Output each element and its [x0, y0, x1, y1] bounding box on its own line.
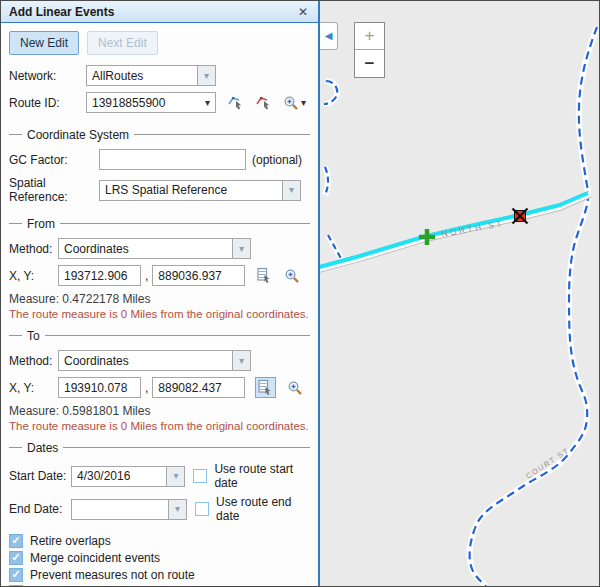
chevron-down-icon[interactable]: ▾	[166, 467, 184, 486]
app-window: Add Linear Events ✕ New Edit Next Edit N…	[0, 0, 600, 587]
from-method-row: Method: Coordinates ▾	[9, 238, 310, 259]
chevron-down-icon[interactable]: ▾	[197, 66, 215, 85]
chevron-down-icon[interactable]: ▾	[232, 239, 250, 258]
next-edit-button[interactable]: Next Edit	[87, 31, 158, 55]
zoom-in-button[interactable]: +	[355, 23, 384, 50]
to-method-label: Method:	[9, 354, 58, 368]
retire-overlaps-checkbox[interactable]: ✓	[9, 534, 23, 548]
stream-fragment-left-loop	[324, 81, 337, 104]
dates-separator: Dates	[9, 441, 310, 454]
new-edit-button[interactable]: New Edit	[9, 31, 79, 55]
to-method-row: Method: Coordinates ▾	[9, 350, 310, 371]
from-pick-coordinates-icon[interactable]	[256, 267, 273, 284]
zoom-out-button[interactable]: −	[355, 50, 384, 77]
network-row: Network: AllRoutes ▾	[9, 65, 310, 86]
panel-title: Add Linear Events	[9, 5, 296, 19]
stream-fragment-bottom-left	[328, 235, 343, 262]
chevron-down-icon: ▾	[301, 98, 306, 108]
retire-overlaps-label: Retire overlaps	[30, 534, 111, 548]
option-row: ✓ Retire overlaps	[9, 532, 310, 549]
comma-separator: ,	[145, 269, 148, 283]
use-route-end-date-checkbox[interactable]	[195, 502, 209, 516]
magnifier-icon	[283, 95, 299, 111]
zoom-to-route-dropdown[interactable]: ▾	[283, 95, 306, 111]
select-from-route-icon[interactable]	[227, 94, 244, 111]
merge-coincident-events-checkbox[interactable]: ✓	[9, 551, 23, 565]
end-date-label: End Date:	[9, 502, 71, 516]
to-zoom-icon[interactable]	[287, 380, 303, 396]
prevent-measures-label: Prevent measures not on route	[30, 568, 195, 582]
collapse-left-icon: ◀	[325, 31, 333, 41]
to-pick-coordinates-icon-active[interactable]	[255, 377, 276, 398]
from-x-input[interactable]	[58, 265, 141, 286]
panel-titlebar: Add Linear Events ✕	[1, 1, 318, 23]
network-value: AllRoutes	[87, 69, 197, 83]
to-header: To	[27, 329, 40, 343]
coordinate-system-separator: Coordinate System	[9, 128, 310, 141]
route-id-value: 13918855900	[92, 96, 205, 110]
chevron-down-icon[interactable]: ▾	[232, 351, 250, 370]
spatial-reference-label: Spatial Reference:	[9, 176, 99, 204]
start-date-value: 4/30/2016	[72, 469, 166, 483]
use-route-end-date-label: Use route end date	[216, 495, 310, 523]
coordinate-system-header: Coordinate System	[27, 128, 129, 142]
select-to-route-icon[interactable]	[255, 94, 272, 111]
save-dominant-routes-label: Save events to dominant routes	[30, 585, 199, 587]
stream-main	[470, 27, 597, 586]
to-xy-row: X, Y: ,	[9, 377, 310, 398]
spatial-reference-value: LRS Spatial Reference	[100, 183, 282, 197]
chevron-down-icon[interactable]: ▾	[168, 500, 186, 519]
network-label: Network:	[9, 69, 86, 83]
option-row: ✓ Prevent measures not on route	[9, 566, 310, 583]
from-y-input[interactable]	[152, 265, 245, 286]
add-linear-events-panel: Add Linear Events ✕ New Edit Next Edit N…	[1, 1, 320, 586]
prevent-measures-checkbox[interactable]: ✓	[9, 568, 23, 582]
edit-buttons-row: New Edit Next Edit	[9, 31, 310, 55]
to-method-dropdown[interactable]: Coordinates ▾	[58, 350, 251, 371]
route-id-row: Route ID: 13918855900 ▾	[9, 92, 310, 113]
chevron-down-icon[interactable]: ▾	[282, 181, 300, 200]
route-id-label: Route ID:	[9, 96, 86, 110]
start-date-dropdown[interactable]: 4/30/2016 ▾	[71, 466, 185, 487]
panel-collapse-button[interactable]: ◀	[320, 22, 338, 50]
end-date-dropdown[interactable]: ▾	[71, 499, 187, 520]
to-warning-text: The route measure is 0 Miles from the or…	[9, 420, 310, 433]
to-xy-label: X, Y:	[9, 381, 58, 395]
start-date-row: Start Date: 4/30/2016 ▾ Use route start …	[9, 462, 310, 490]
option-row: ✓ Merge coincident events	[9, 549, 310, 566]
options-list: ✓ Retire overlaps ✓ Merge coincident eve…	[9, 532, 310, 586]
optional-note: (optional)	[252, 153, 302, 167]
use-route-start-date-checkbox[interactable]	[193, 469, 207, 483]
route-id-combobox[interactable]: 13918855900 ▾	[86, 92, 216, 113]
to-y-input[interactable]	[152, 377, 245, 398]
dates-header: Dates	[27, 441, 58, 455]
from-xy-label: X, Y:	[9, 269, 58, 283]
spatial-reference-row: Spatial Reference: LRS Spatial Reference…	[9, 176, 310, 204]
gc-factor-input[interactable]	[99, 149, 246, 170]
map-zoom-control: + −	[354, 22, 385, 78]
end-date-row: End Date: ▾ Use route end date	[9, 495, 310, 523]
stream-fragment-left-mid	[325, 167, 328, 195]
from-zoom-icon[interactable]	[284, 268, 300, 284]
save-dominant-routes-checkbox[interactable]: ✓	[9, 585, 23, 587]
from-measure-text: Measure: 0.4722178 Miles	[9, 293, 310, 306]
from-header: From	[27, 217, 55, 231]
to-separator: To	[9, 329, 310, 342]
use-route-start-date-label: Use route start date	[214, 462, 310, 490]
close-icon[interactable]: ✕	[296, 5, 310, 19]
chevron-down-icon[interactable]: ▾	[205, 98, 210, 108]
spatial-reference-dropdown[interactable]: LRS Spatial Reference ▾	[99, 180, 301, 201]
panel-content: New Edit Next Edit Network: AllRoutes ▾ …	[1, 23, 318, 586]
to-measure-text: Measure: 0.5981801 Miles	[9, 405, 310, 418]
start-date-label: Start Date:	[9, 469, 71, 483]
from-method-value: Coordinates	[59, 242, 232, 256]
to-x-input[interactable]	[58, 377, 141, 398]
gc-factor-label: GC Factor:	[9, 153, 99, 167]
to-point-marker[interactable]	[513, 209, 528, 224]
from-method-label: Method:	[9, 242, 58, 256]
from-xy-row: X, Y: ,	[9, 265, 310, 286]
map-canvas[interactable]: NORTH ST COURT ST ◀ + −	[320, 1, 599, 586]
map-graphics: NORTH ST COURT ST	[320, 1, 599, 586]
network-dropdown[interactable]: AllRoutes ▾	[86, 65, 216, 86]
from-method-dropdown[interactable]: Coordinates ▾	[58, 238, 251, 259]
